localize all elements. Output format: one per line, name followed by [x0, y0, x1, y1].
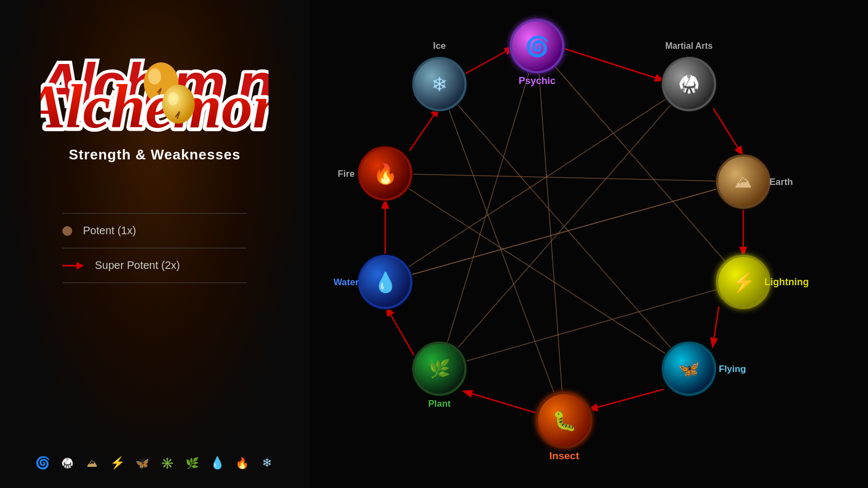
svg-line-21 [385, 182, 743, 282]
svg-line-15 [385, 174, 689, 369]
page-subtitle: Strength & Weaknesses [69, 146, 241, 163]
svg-line-28 [464, 391, 537, 413]
bottom-water-icon[interactable]: 💧 [208, 454, 226, 472]
svg-text:🔥: 🔥 [373, 162, 398, 185]
potent-label: Potent (1x) [83, 224, 136, 237]
node-psychic[interactable]: 🌀 Psychic [509, 18, 565, 86]
node-lightning[interactable]: ⚡ Lightning [715, 254, 809, 310]
martial-label: Martial Arts [665, 41, 713, 50]
bottom-earth-icon[interactable]: ⛰ [84, 454, 101, 472]
logo-area: Alchemon Alchemon [41, 49, 269, 141]
svg-line-31 [410, 108, 438, 151]
super-potent-label: Super Potent (2x) [95, 259, 180, 272]
bottom-psychic-icon[interactable]: 🌀 [34, 454, 51, 472]
svg-point-7 [162, 85, 195, 124]
svg-text:🦋: 🦋 [678, 358, 700, 379]
node-water[interactable]: 💧 Water [334, 254, 413, 310]
lightning-label: Lightning [764, 277, 809, 287]
water-label: Water [334, 277, 359, 287]
svg-line-29 [387, 308, 414, 355]
legend-container: Potent (1x) Super Potent (2x) [62, 207, 247, 290]
potent-dot [62, 226, 72, 236]
bottom-ice-icon[interactable]: ❄ [258, 454, 276, 472]
svg-text:💧: 💧 [373, 271, 398, 294]
right-panel: 🌀 Psychic ❄ Ice 🥋 Martial Arts 🔥 Fire [309, 0, 868, 488]
legend-divider-mid [62, 248, 247, 248]
legend-item-superpotent: Super Potent (2x) [62, 255, 247, 276]
legend-item-potent: Potent (1x) [62, 220, 247, 241]
legend-divider-bot [62, 282, 247, 283]
svg-line-17 [385, 84, 689, 282]
svg-text:⛰: ⛰ [735, 172, 752, 191]
bottom-lightning-icon[interactable]: ⚡ [108, 454, 126, 472]
ice-label: Ice [433, 41, 446, 51]
svg-line-24 [713, 108, 742, 155]
flying-label: Flying [719, 364, 746, 374]
left-panel: Alch m n Alch m n Alch mn A [0, 0, 309, 488]
plant-label: Plant [428, 399, 451, 409]
svg-line-14 [385, 174, 743, 182]
node-flying[interactable]: 🦋 Flying [661, 341, 746, 397]
svg-text:🌿: 🌿 [429, 358, 450, 379]
logo-main-svg: Alchemon Alchemon [41, 49, 269, 141]
bottom-fire-icon[interactable]: 🔥 [233, 454, 251, 472]
svg-line-22 [461, 48, 513, 76]
svg-line-27 [590, 389, 663, 409]
fire-label: Fire [337, 169, 354, 179]
diagram-svg: 🌀 Psychic ❄ Ice 🥋 Martial Arts 🔥 Fire [309, 0, 868, 488]
svg-text:Alchemon: Alchemon [41, 72, 269, 141]
earth-label: Earth [769, 177, 793, 187]
bottom-sun-icon[interactable]: ✳️ [158, 454, 176, 472]
svg-line-23 [561, 48, 663, 80]
svg-text:🌀: 🌀 [525, 35, 550, 58]
node-ice[interactable]: ❄ Ice [411, 41, 468, 112]
node-martial[interactable]: 🥋 Martial Arts [661, 41, 717, 112]
svg-line-26 [713, 306, 719, 346]
node-plant[interactable]: 🌿 Plant [411, 341, 468, 409]
node-fire[interactable]: 🔥 Fire [337, 145, 413, 202]
svg-point-8 [168, 92, 178, 105]
bottom-plant-icon[interactable]: 🌿 [183, 454, 201, 472]
svg-text:⚡: ⚡ [731, 271, 756, 294]
insect-label: Insect [550, 450, 580, 461]
psychic-label: Psychic [519, 75, 556, 86]
svg-text:🥋: 🥋 [678, 74, 700, 94]
legend-divider-top [62, 213, 247, 214]
svg-text:❄: ❄ [431, 73, 448, 95]
svg-text:🐛: 🐛 [552, 409, 577, 432]
bottom-flying-icon[interactable]: 🦋 [133, 454, 151, 472]
bottom-martial-icon[interactable]: 🥋 [59, 454, 76, 472]
super-potent-arrow [62, 261, 84, 271]
bottom-icons-row: 🌀 🥋 ⛰ ⚡ 🦋 ✳️ 🌿 💧 🔥 ❄ [34, 454, 276, 472]
node-insect[interactable]: 🐛 Insect [534, 390, 594, 461]
node-earth[interactable]: ⛰ Earth [715, 153, 793, 210]
